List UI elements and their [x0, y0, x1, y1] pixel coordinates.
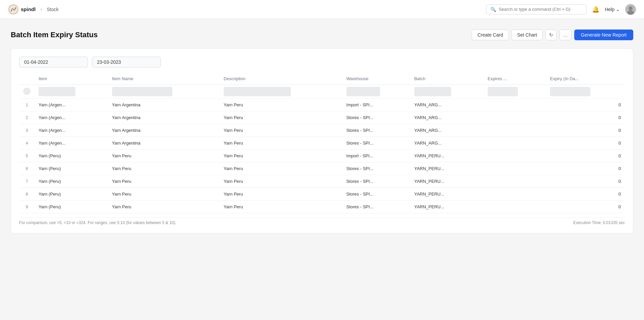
row-warehouse: Import - SPI...: [342, 150, 410, 162]
row-description: Yarn Peru: [220, 124, 342, 137]
user-avatar-icon: [625, 4, 636, 15]
chevron-down-icon: ⌄: [616, 7, 620, 12]
row-num: 2: [19, 111, 35, 124]
filter-warehouse[interactable]: [346, 87, 380, 96]
col-item-name[interactable]: Item Name: [108, 73, 220, 85]
col-warehouse[interactable]: Warehouse: [342, 73, 410, 85]
filter-item[interactable]: [39, 87, 75, 96]
row-item: Yarn (Argen...: [35, 111, 108, 124]
row-item: Yarn (Peru): [35, 162, 108, 175]
row-batch: YARN_ARG...: [410, 137, 484, 150]
page-title: Batch Item Expiry Status: [11, 31, 98, 39]
generate-report-button[interactable]: Generate New Report: [574, 30, 633, 40]
logo-icon: [8, 4, 19, 15]
report-panel: Item Item Name Description Warehouse Bat…: [11, 48, 633, 233]
col-item[interactable]: Item: [35, 73, 108, 85]
row-item-name: Yarn Argentina: [108, 124, 220, 137]
row-item-name: Yarn Peru: [108, 175, 220, 188]
help-button[interactable]: Help ⌄: [605, 7, 620, 12]
search-input[interactable]: [499, 7, 582, 12]
row-num: 6: [19, 162, 35, 175]
nav-right: 🔍 🔔 Help ⌄: [486, 4, 636, 15]
row-num: 3: [19, 124, 35, 137]
col-expires[interactable]: Expires ...: [484, 73, 546, 85]
filter-batch[interactable]: [414, 87, 451, 96]
refresh-button[interactable]: ↻: [545, 30, 557, 40]
row-expires: [484, 150, 546, 162]
table-filter-row: [19, 85, 625, 99]
breadcrumb[interactable]: Stock: [47, 7, 59, 12]
logo[interactable]: spindl: [8, 4, 36, 15]
row-expires: [484, 175, 546, 188]
row-num: 1: [19, 99, 35, 111]
row-expiry-days: 0: [546, 175, 625, 188]
svg-point-4: [629, 6, 633, 10]
row-warehouse: Import - SPI...: [342, 99, 410, 111]
bell-icon[interactable]: 🔔: [592, 6, 599, 13]
row-batch: YARN_ARG...: [410, 111, 484, 124]
row-warehouse: Stores - SPI...: [342, 201, 410, 213]
filter-item-name[interactable]: [112, 87, 172, 96]
set-chart-button[interactable]: Set Chart: [512, 30, 543, 40]
col-description[interactable]: Description: [220, 73, 342, 85]
row-warehouse: Stores - SPI...: [342, 111, 410, 124]
create-card-button[interactable]: Create Card: [472, 30, 508, 40]
row-expiry-days: 0: [546, 99, 625, 111]
row-expiry-days: 0: [546, 162, 625, 175]
row-batch: YARN_ARG...: [410, 124, 484, 137]
filter-expires[interactable]: [488, 87, 518, 96]
row-batch: YARN_PERU...: [410, 162, 484, 175]
filter-circle[interactable]: [23, 88, 31, 95]
table-header-row: Item Item Name Description Warehouse Bat…: [19, 73, 625, 85]
row-num: 4: [19, 137, 35, 150]
filter-expiry-days[interactable]: [550, 87, 590, 96]
table-row: 2 Yarn (Argen... Yarn Argentina Yarn Per…: [19, 111, 625, 124]
table-row: 6 Yarn (Peru) Yarn Peru Yarn Peru Stores…: [19, 162, 625, 175]
page-header: Batch Item Expiry Status Create Card Set…: [11, 30, 633, 40]
table-row: 7 Yarn (Peru) Yarn Peru Yarn Peru Stores…: [19, 175, 625, 188]
row-item: Yarn (Argen...: [35, 99, 108, 111]
avatar[interactable]: [625, 4, 636, 15]
nav-left: spindl › Stock: [8, 4, 59, 15]
logo-text: spindl: [21, 6, 36, 12]
row-warehouse: Stores - SPI...: [342, 175, 410, 188]
row-item-name: Yarn Peru: [108, 201, 220, 213]
row-description: Yarn Peru: [220, 99, 342, 111]
row-item-name: Yarn Argentina: [108, 111, 220, 124]
col-batch[interactable]: Batch: [410, 73, 484, 85]
more-options-button[interactable]: …: [559, 30, 572, 40]
row-expiry-days: 0: [546, 124, 625, 137]
col-expiry-days[interactable]: Expiry (In Da...: [546, 73, 625, 85]
row-num: 5: [19, 150, 35, 162]
page-content: Batch Item Expiry Status Create Card Set…: [0, 19, 644, 244]
search-box[interactable]: 🔍: [486, 4, 587, 14]
row-expires: [484, 124, 546, 137]
row-description: Yarn Peru: [220, 111, 342, 124]
col-num: [19, 73, 35, 85]
row-num: 7: [19, 175, 35, 188]
row-expires: [484, 99, 546, 111]
table-row: 5 Yarn (Peru) Yarn Peru Yarn Peru Import…: [19, 150, 625, 162]
row-expires: [484, 111, 546, 124]
row-description: Yarn Peru: [220, 188, 342, 201]
search-icon: 🔍: [490, 7, 496, 12]
date-filters: [19, 57, 625, 67]
row-batch: YARN_PERU...: [410, 150, 484, 162]
row-expiry-days: 0: [546, 188, 625, 201]
row-num: 8: [19, 188, 35, 201]
row-item: Yarn (Argen...: [35, 124, 108, 137]
table-row: 4 Yarn (Argen... Yarn Argentina Yarn Per…: [19, 137, 625, 150]
row-batch: YARN_PERU...: [410, 188, 484, 201]
row-warehouse: Stores - SPI...: [342, 137, 410, 150]
row-item-name: Yarn Peru: [108, 150, 220, 162]
row-description: Yarn Peru: [220, 175, 342, 188]
filter-description[interactable]: [224, 87, 291, 96]
row-batch: YARN_PERU...: [410, 175, 484, 188]
row-description: Yarn Peru: [220, 137, 342, 150]
table-row: 9 Yarn (Peru) Yarn Peru Yarn Peru Stores…: [19, 201, 625, 213]
help-label: Help: [605, 7, 614, 12]
row-expires: [484, 137, 546, 150]
date-to-input[interactable]: [92, 57, 161, 67]
table-body: 1 Yarn (Argen... Yarn Argentina Yarn Per…: [19, 99, 625, 213]
date-from-input[interactable]: [19, 57, 88, 67]
